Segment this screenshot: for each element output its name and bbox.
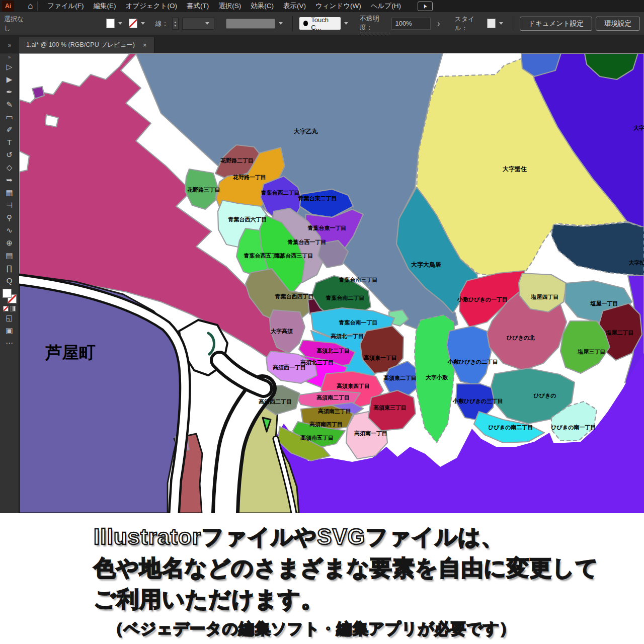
map-label: ひびきの: [533, 392, 556, 399]
direct-selection-tool-icon[interactable]: ▶: [2, 73, 17, 86]
menu-item-8[interactable]: ヘルプ(H): [371, 2, 401, 11]
stroke-weight-stepper[interactable]: ▴▾: [172, 18, 179, 30]
menu-item-6[interactable]: 表示(V): [283, 2, 306, 11]
touch-type-button[interactable]: Touch C...: [299, 17, 341, 30]
menu-item-4[interactable]: 選択(S): [218, 2, 241, 11]
map-label: 高須南四丁目: [309, 421, 343, 428]
map-label: 青葉台西四丁目: [275, 293, 314, 299]
pen-tool-icon[interactable]: ✒: [2, 86, 17, 98]
rectangle-tool-icon[interactable]: ▭: [2, 111, 17, 123]
style-chevron-icon[interactable]: [499, 22, 503, 25]
map-label: 高須東四丁目: [337, 383, 370, 389]
document-tab-title: 1.ai* @ 100 % (RGB/CPU プレビュー): [26, 41, 135, 49]
map-label: 大字乙丸: [294, 128, 318, 135]
caption-line-2: 色や地名などのさまざまな要素を自由に変更して: [94, 552, 644, 584]
draw-mode-icon[interactable]: ◱: [2, 311, 17, 324]
perspective-grid-tool-icon[interactable]: ∏: [2, 262, 17, 274]
map-label: 青葉台西三丁目: [274, 253, 313, 259]
opacity-label[interactable]: 不透明度：: [360, 14, 388, 33]
brush-preview[interactable]: [226, 19, 275, 29]
map-label: 高須南二丁目: [316, 394, 350, 401]
map-label: 塩屋二丁目: [606, 330, 634, 336]
selection-status: 選択なし: [4, 15, 27, 33]
fill-stroke-indicator[interactable]: [2, 289, 17, 304]
selection-tool-icon[interactable]: ▷: [2, 60, 17, 73]
map-label: 小敷ひびきの二丁目: [447, 359, 498, 365]
more-tools-icon[interactable]: ⋯: [2, 337, 17, 349]
rotate-tool-icon[interactable]: ↺: [2, 148, 17, 161]
close-icon[interactable]: ×: [143, 41, 147, 49]
paintbrush-tool-icon[interactable]: ✐: [2, 123, 17, 136]
map-label: 高須北一丁目: [331, 333, 364, 340]
map-label: 青葉台東二丁目: [298, 195, 337, 201]
menu-item-7[interactable]: ウィンドウ(W): [315, 2, 361, 11]
menu-items: ファイル(F)編集(E)オブジェクト(O)書式(T)選択(S)効果(C)表示(V…: [47, 2, 401, 11]
tools-panel: » ▷▶✒✎▭✐T↺◇➥▦⊣⚲∿⊕▤∏Q ◱ ▣ ⋯: [0, 53, 19, 513]
type-tool-icon[interactable]: T: [2, 136, 17, 148]
stroke-chevron-icon[interactable]: [141, 22, 145, 25]
menu-bar: Ai ⌂ ファイル(F)編集(E)オブジェクト(O)書式(T)選択(S)効果(C…: [0, 0, 644, 12]
map-label: 高須北二丁目: [316, 348, 350, 354]
stroke-weight-field[interactable]: [182, 18, 214, 30]
menu-item-0[interactable]: ファイル(F): [47, 2, 84, 11]
eyedropper-tool-icon[interactable]: ⚲: [2, 211, 17, 224]
map-label: 高須西一丁目: [273, 364, 306, 371]
map-label: 塩屋三丁目: [578, 349, 606, 355]
style-swatch[interactable]: [487, 19, 496, 28]
caption-line-4: （ベジェデータの編集ソフト・編集アプリが必要です）: [94, 615, 644, 643]
map-label: 花野路一丁目: [232, 174, 266, 180]
document-canvas[interactable]: 大字乙丸花野路二丁目花野路一丁目花野路三丁目青葉台西二丁目青葉台東二丁目青葉台西…: [19, 53, 644, 513]
opacity-field[interactable]: 100%: [391, 18, 431, 30]
stroke-swatch[interactable]: [129, 19, 137, 28]
cursor-icon[interactable]: ➤: [418, 2, 433, 11]
document-setup-button[interactable]: ドキュメント設定: [520, 17, 592, 31]
zoom-tool-icon[interactable]: Q: [2, 274, 17, 287]
map-label: 大字払: [629, 260, 644, 266]
none-swatch-icon[interactable]: [3, 306, 9, 311]
home-icon[interactable]: ⌂: [24, 1, 38, 11]
map-label: 大字小敷: [426, 374, 448, 380]
more-options-chevron[interactable]: ›: [434, 19, 443, 28]
gradient-tool-icon[interactable]: ▦: [2, 186, 17, 199]
menu-item-2[interactable]: オブジェクト(O): [126, 2, 177, 11]
brush-chevron-icon[interactable]: [279, 22, 283, 25]
caption-line-1: IllustratorファイルやSVGファイルは、: [94, 521, 644, 552]
style-label: スタイル：: [455, 15, 484, 33]
document-tab[interactable]: 1.ai* @ 100 % (RGB/CPU プレビュー) ×: [19, 37, 154, 53]
map-label: 青葉台南三丁目: [339, 277, 378, 283]
touch-chevron-icon[interactable]: [344, 22, 348, 25]
toolbar-expand-icon[interactable]: »: [0, 42, 19, 53]
map-label: 大字蜑住: [503, 166, 527, 173]
width-tool-icon[interactable]: ⊣: [2, 199, 17, 211]
fill-proxy[interactable]: [3, 289, 12, 298]
map-label: 高須南一丁目: [354, 430, 387, 437]
map-label: 青葉台東一丁目: [307, 225, 347, 231]
blend-tool-icon[interactable]: ∿: [2, 224, 17, 236]
curvature-tool-icon[interactable]: ✎: [2, 98, 17, 111]
gradient-swatch-icon[interactable]: [10, 306, 16, 311]
map-label: 青葉台南二丁目: [326, 295, 365, 301]
map-label: 花野路三丁目: [187, 187, 220, 193]
menu-item-5[interactable]: 効果(C): [251, 2, 274, 11]
menu-item-3[interactable]: 書式(T): [187, 2, 209, 11]
map-label: 青葉台西二丁目: [261, 190, 300, 196]
map-label: 高須東一丁目: [364, 355, 397, 361]
bullet-icon: [303, 21, 308, 26]
map-label: 高須南五丁目: [300, 435, 334, 441]
eraser-tool-icon[interactable]: ◇: [2, 161, 17, 174]
screen-mode-icon[interactable]: ▣: [2, 324, 17, 337]
fill-swatch[interactable]: [106, 19, 115, 28]
map-label: 高須西二丁目: [259, 398, 292, 405]
map-label: 小敷ひびきの三丁目: [452, 398, 503, 405]
illustrator-logo-icon[interactable]: Ai: [2, 1, 14, 12]
map-label: 青葉台西一丁目: [287, 239, 327, 245]
menu-item-1[interactable]: 編集(E): [94, 2, 116, 11]
shape-builder-tool-icon[interactable]: ⊕: [2, 236, 17, 249]
map-label: ひびきの北: [507, 335, 535, 341]
fill-chevron-icon[interactable]: [118, 22, 122, 25]
artboard-tool-icon[interactable]: ▤: [2, 249, 17, 262]
tab-bar: » 1.ai* @ 100 % (RGB/CPU プレビュー) ×: [0, 35, 644, 53]
preferences-button[interactable]: 環境設定: [596, 17, 640, 31]
tools-collapse-icon[interactable]: »: [8, 54, 11, 60]
shaper-tool-icon[interactable]: ➥: [2, 174, 17, 186]
